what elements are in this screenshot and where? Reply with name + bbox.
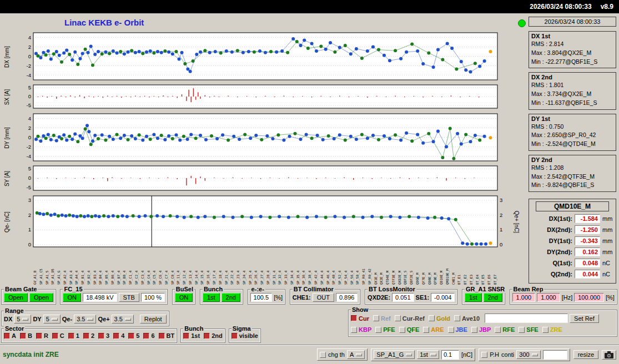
stat-line: Max : 2.650@SP_R0_42: [531, 131, 613, 140]
interval-select[interactable]: 300: [516, 350, 540, 359]
bunch-1st-button[interactable]: 1st: [203, 293, 220, 302]
sector-check-5-checkbox[interactable]: [128, 333, 134, 339]
bunch-check-2nd[interactable]: 2nd: [204, 332, 223, 339]
show-check-rfe-checkbox[interactable]: [495, 327, 501, 333]
show-check-jbp[interactable]: JBP: [471, 326, 491, 333]
sector-check-6[interactable]: 6: [143, 332, 154, 339]
qmd-label: DX(1st):: [531, 215, 572, 222]
show-check-kbp[interactable]: KBP: [351, 326, 371, 333]
chg-th-checkbox[interactable]: [320, 352, 326, 358]
show-check-qfe-checkbox[interactable]: [399, 327, 405, 333]
sector-check-4[interactable]: 4: [113, 332, 124, 339]
sector-check-5[interactable]: 5: [128, 332, 139, 339]
sector-check-b-checkbox[interactable]: [20, 333, 26, 339]
range-qem-select[interactable]: 3.5: [74, 315, 96, 323]
show-check-jbp-checkbox[interactable]: [471, 327, 477, 333]
element-select[interactable]: SP_A1_G: [374, 350, 415, 359]
show-check-ave10[interactable]: Ave10: [454, 315, 480, 322]
sector-check-a[interactable]: A: [4, 332, 16, 339]
show-check-qfe[interactable]: QFE: [399, 326, 420, 333]
sector-check-bt[interactable]: BT: [159, 332, 175, 339]
element-label: SP_C5_4: [153, 250, 156, 285]
sector-check-c[interactable]: C: [52, 332, 64, 339]
sector-check-r-checkbox[interactable]: [36, 333, 42, 339]
bunch-check-2nd-label: 2nd: [212, 332, 223, 339]
show-check-ave10-checkbox[interactable]: [454, 315, 460, 321]
range-dy-select[interactable]: 5: [43, 315, 61, 323]
replot-button[interactable]: Replot: [140, 315, 167, 323]
fc15-label: FC_15: [63, 286, 83, 293]
show-check-ref-checkbox[interactable]: [373, 315, 379, 321]
svg-text:-4: -4: [27, 72, 31, 78]
che1-out-button[interactable]: OUT: [313, 293, 334, 302]
bunch-check-2nd-checkbox[interactable]: [204, 333, 210, 339]
sector-check-2[interactable]: 2: [83, 332, 94, 339]
element-label: SP_58_4: [356, 250, 359, 285]
show-check-jbe-checkbox[interactable]: [448, 327, 454, 333]
sector-check-4-checkbox[interactable]: [113, 333, 119, 339]
fc15-on-button[interactable]: ON: [63, 293, 81, 302]
show-check-cur-ref[interactable]: Cur-Ref: [395, 315, 425, 322]
show-check-jbe[interactable]: JBE: [448, 326, 467, 333]
aux-input[interactable]: [543, 350, 567, 360]
show-check-cur-ref-label: Cur-Ref: [402, 315, 425, 322]
show-check-are-checkbox[interactable]: [423, 327, 429, 333]
show-check-gold[interactable]: Gold: [429, 315, 450, 322]
show-check-are[interactable]: ARE: [423, 326, 444, 333]
show-check-sfe-checkbox[interactable]: [519, 327, 525, 333]
sector-check-3-checkbox[interactable]: [98, 333, 104, 339]
svg-text:-5: -5: [27, 184, 31, 190]
gr-snsr-2nd-button[interactable]: 2nd: [484, 293, 502, 302]
show-check-cur-ref-checkbox[interactable]: [395, 315, 401, 321]
bunch-check-1st[interactable]: 1st: [183, 332, 200, 339]
bunch-check-1st-checkbox[interactable]: [183, 333, 189, 339]
bunch-2nd-button[interactable]: 2nd: [222, 293, 240, 302]
sigma-check-visible[interactable]: visible: [232, 332, 258, 339]
beam-gate-label: Beam Gate: [4, 286, 38, 293]
show-check-sfe[interactable]: SFE: [519, 326, 538, 333]
show-check-kbp-checkbox[interactable]: [351, 327, 357, 333]
sigma-check-visible-checkbox[interactable]: [232, 333, 238, 339]
sector-check-1[interactable]: 1: [68, 332, 79, 339]
show-check-rfe[interactable]: RFE: [495, 326, 515, 333]
element-label: SP_C3_4: [141, 250, 144, 285]
element-label: SP_15_4: [200, 250, 204, 285]
right-stats-panel: 2026/03/24 08:00:33 DX 1stRMS : 2.814Max…: [529, 17, 616, 284]
sector-check-3[interactable]: 3: [98, 332, 109, 339]
sector-check-b[interactable]: B: [20, 332, 32, 339]
sector-check-2-checkbox[interactable]: [83, 333, 89, 339]
chg-th-mode-select[interactable]: A: [347, 350, 365, 359]
range-qep-select[interactable]: 3.5: [112, 315, 134, 323]
beam-gate-open-1-button[interactable]: Open: [4, 293, 28, 302]
show-check-cur[interactable]: Cur: [351, 315, 369, 322]
show-check-cur-checkbox[interactable]: [351, 315, 357, 321]
ph-checkbox[interactable]: [481, 352, 487, 358]
show-check-pfe[interactable]: PFE: [375, 326, 395, 333]
bunch-select[interactable]: 1st: [417, 350, 439, 359]
show-check-ref[interactable]: Ref: [373, 315, 391, 322]
resize-button[interactable]: resize: [573, 350, 598, 359]
sector-check-r[interactable]: R: [36, 332, 48, 339]
sector-check-1-checkbox[interactable]: [68, 333, 74, 339]
show-check-gold-checkbox[interactable]: [429, 315, 435, 321]
threshold-input[interactable]: [441, 350, 459, 360]
show-check-zre-checkbox[interactable]: [542, 327, 548, 333]
sector-check-6-checkbox[interactable]: [143, 333, 149, 339]
option-menu-dash-icon: [87, 318, 93, 321]
sector-check-bt-checkbox[interactable]: [159, 333, 165, 339]
qmd-value: -1.250: [575, 225, 600, 234]
range-dx-select[interactable]: 5: [14, 315, 31, 323]
snapshot-button[interactable]: [602, 350, 616, 360]
qmd-label: Q(2nd):: [531, 271, 572, 277]
show-check-pfe-checkbox[interactable]: [375, 327, 381, 333]
beam-gate-open-2-button[interactable]: Open: [29, 293, 53, 302]
sector-check-a-checkbox[interactable]: [4, 333, 10, 339]
sector-check-c-checkbox[interactable]: [52, 333, 58, 339]
set-ref-button[interactable]: Set Ref: [570, 314, 599, 323]
svg-text:0: 0: [500, 241, 502, 247]
show-check-zre[interactable]: ZRE: [542, 326, 562, 333]
gr-snsr-1st-button[interactable]: 1st: [465, 293, 482, 302]
busel-on-button[interactable]: ON: [175, 293, 193, 302]
ref-name-input[interactable]: [485, 314, 568, 323]
fc15-stb-button[interactable]: STB: [119, 293, 139, 302]
